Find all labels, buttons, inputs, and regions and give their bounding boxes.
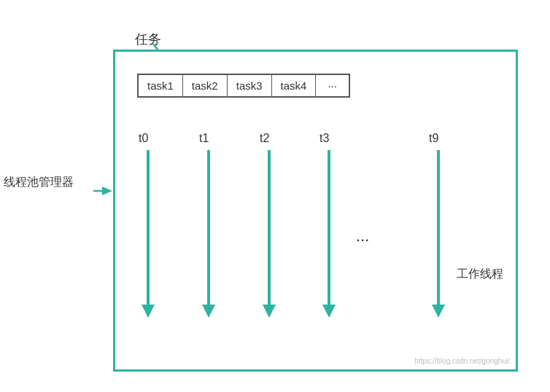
arrow-t3: [322, 150, 336, 318]
svg-marker-11: [432, 305, 445, 318]
thread-label-t0: t0: [139, 132, 148, 145]
thread-label-t1: t1: [199, 132, 209, 145]
svg-marker-3: [142, 305, 155, 318]
task-cell-4: task4: [272, 75, 317, 96]
thread-label-t3: t3: [319, 132, 329, 145]
thread-label-t2: t2: [260, 132, 269, 145]
svg-marker-9: [322, 305, 336, 318]
task-cell-2: task2: [183, 75, 228, 96]
main-box: task1 task2 task3 task4 ··· t0 t1 t2 t3 …: [113, 50, 518, 372]
task-cell-1: task1: [139, 75, 183, 96]
svg-marker-13: [102, 187, 112, 195]
svg-marker-7: [263, 305, 276, 318]
manager-label: 线程池管理器: [4, 175, 74, 190]
watermark: https://blog.csdn.net/gonghui/: [414, 357, 510, 365]
worker-label: 工作线程: [457, 267, 503, 282]
task-cell-3: task3: [228, 75, 272, 96]
task-cell-dots: ···: [316, 75, 349, 96]
arrow-t0: [142, 150, 155, 318]
arrow-t1: [202, 150, 215, 318]
task-queue: task1 task2 task3 task4 ···: [137, 74, 350, 98]
thread-label-t9: t9: [429, 132, 438, 145]
arrow-t9: [432, 150, 445, 318]
arrow-t2: [263, 150, 276, 318]
manager-arrow-icon: [93, 184, 115, 198]
svg-marker-5: [202, 305, 215, 318]
thread-dots: ···: [356, 230, 369, 249]
